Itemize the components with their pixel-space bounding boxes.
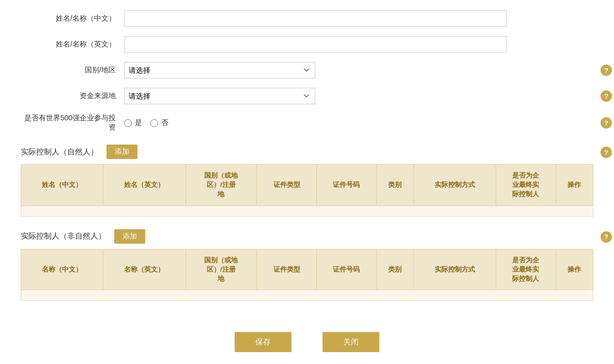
radio-no-label[interactable]: 否 xyxy=(150,118,168,128)
name-cn-input[interactable] xyxy=(124,10,506,27)
col2-name-en: 名称（英文） xyxy=(103,249,186,290)
section2-help-icon[interactable]: ? xyxy=(601,231,612,243)
radio-no-input[interactable] xyxy=(150,119,158,127)
name-en-input[interactable] xyxy=(124,36,506,53)
col2-is-ultimate: 是否为企业最终实际控制人 xyxy=(496,249,556,290)
fund-source-label: 资金来源地 xyxy=(21,91,124,101)
col2-name-cn: 名称（中文） xyxy=(21,249,103,290)
close-button[interactable]: 关闭 xyxy=(323,332,379,352)
col-cert-no: 证件号码 xyxy=(316,165,376,206)
section1-table-header-row: 姓名（中文） 姓名（英文） 国别（或地区）/注册地 证件类型 证件号码 类别 实… xyxy=(21,165,593,206)
radio-yes-input[interactable] xyxy=(124,119,132,127)
col-operation: 操作 xyxy=(556,165,593,206)
fund-source-help-icon[interactable]: ? xyxy=(601,90,612,102)
section2-header: 实际控制人（非自然人） 添加 xyxy=(21,229,593,244)
section2-add-button[interactable]: 添加 xyxy=(114,229,145,244)
col-cert-type: 证件类型 xyxy=(257,165,317,206)
section1-empty-row xyxy=(21,205,593,216)
country-label: 国别/地区 xyxy=(21,66,124,75)
fund-source-select[interactable]: 请选择 xyxy=(124,88,315,104)
col2-cert-no: 证件号码 xyxy=(316,249,376,290)
country-help-icon[interactable]: ? xyxy=(601,65,612,76)
col-is-ultimate: 是否为企业最终实际控制人 xyxy=(496,165,556,206)
fortune500-label: 是否有世界500强企业参与投资 xyxy=(21,114,124,132)
col2-operation: 操作 xyxy=(556,249,593,290)
name-en-label: 姓名/名称（英文） xyxy=(21,40,124,49)
radio-no-text: 否 xyxy=(161,118,168,128)
col2-country: 国别（或地区）/注册地 xyxy=(186,249,257,290)
section2-table: 名称（中文） 名称（英文） 国别（或地区）/注册地 证件类型 证件号码 类别 实… xyxy=(21,249,593,302)
fortune500-help-icon[interactable]: ? xyxy=(601,117,612,129)
col2-cert-type: 证件类型 xyxy=(257,249,317,290)
section1-table: 姓名（中文） 姓名（英文） 国别（或地区）/注册地 证件类型 证件号码 类别 实… xyxy=(21,164,593,217)
fortune500-radio-group: 是 否 xyxy=(124,118,168,128)
col-name-cn: 姓名（中文） xyxy=(21,165,103,206)
col-name-en: 姓名（英文） xyxy=(103,165,186,206)
col-category: 类别 xyxy=(376,165,413,206)
radio-yes-text: 是 xyxy=(135,118,142,128)
section1-header: 实际控制人（自然人） 添加 xyxy=(21,145,593,159)
section2-empty-row xyxy=(21,290,593,301)
name-cn-label: 姓名/名称（中文） xyxy=(21,14,124,23)
section2-table-header-row: 名称（中文） 名称（英文） 国别（或地区）/注册地 证件类型 证件号码 类别 实… xyxy=(21,249,593,290)
country-select[interactable]: 请选择 xyxy=(124,62,315,78)
bottom-buttons: 保存 关闭 xyxy=(21,332,593,352)
radio-yes-label[interactable]: 是 xyxy=(124,118,142,128)
section2-title: 实际控制人（非自然人） xyxy=(21,231,106,241)
section1-title: 实际控制人（自然人） xyxy=(21,147,98,157)
col-country: 国别（或地区）/注册地 xyxy=(186,165,257,206)
section1-add-button[interactable]: 添加 xyxy=(106,145,137,159)
col2-control-method: 实际控制方式 xyxy=(413,249,496,290)
col-control-method: 实际控制方式 xyxy=(413,165,496,206)
col2-category: 类别 xyxy=(376,249,413,290)
save-button[interactable]: 保存 xyxy=(235,332,291,352)
section1-help-icon[interactable]: ? xyxy=(601,147,612,158)
